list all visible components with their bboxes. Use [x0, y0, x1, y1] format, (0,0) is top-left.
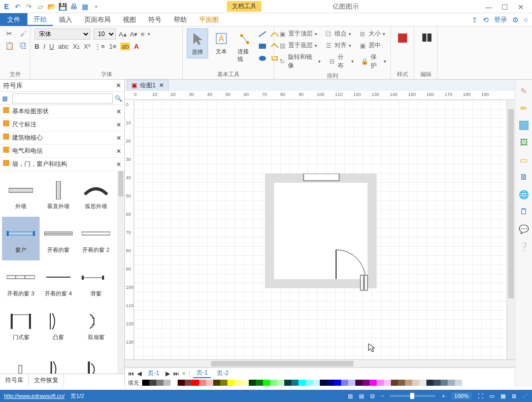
login-button[interactable]: 登录	[494, 15, 507, 24]
color-swatch[interactable]	[412, 380, 419, 386]
layers-icon[interactable]: ▭	[518, 154, 530, 166]
view-mode-2-icon[interactable]: ▤	[359, 393, 364, 399]
strike-icon[interactable]: abc	[58, 43, 69, 50]
shape-open-window-2[interactable]: 开着的窗 2	[77, 217, 115, 260]
close-panel-icon[interactable]: ✕	[116, 82, 121, 89]
footer-tab-library[interactable]: 符号库	[0, 374, 29, 387]
color-swatch[interactable]	[348, 380, 355, 386]
comment-icon[interactable]: 💬	[518, 223, 530, 235]
note-icon[interactable]: 🗒	[518, 206, 530, 218]
align-dropdown-icon[interactable]: ▾	[148, 31, 150, 37]
collapse-ribbon-icon[interactable]: ◇	[524, 17, 528, 22]
color-swatch[interactable]	[384, 380, 391, 386]
superscript-icon[interactable]: X²	[84, 43, 90, 50]
pointer-tool-icon[interactable]: ✎	[518, 85, 530, 97]
color-swatch[interactable]	[235, 380, 242, 386]
footer-tab-recovery[interactable]: 文件恢复	[29, 374, 64, 387]
protect-button[interactable]: 🔒保护▾	[361, 52, 386, 71]
color-swatch[interactable]	[227, 380, 235, 386]
fit-page-icon[interactable]: ⛶	[478, 393, 483, 399]
color-swatch[interactable]	[448, 380, 455, 386]
tab-help[interactable]: 帮助	[168, 13, 193, 26]
print-icon[interactable]: 🖶	[69, 2, 78, 11]
shape-open-window[interactable]: 开着的窗	[40, 217, 77, 260]
view-mode-1-icon[interactable]: ▥	[348, 393, 353, 399]
align-left-icon[interactable]: ≡	[141, 30, 145, 38]
style-button[interactable]	[393, 28, 412, 48]
image-tool-icon[interactable]: 🖼	[518, 137, 530, 149]
bold-icon[interactable]: B	[35, 43, 39, 50]
ellipse-tool-icon[interactable]	[258, 55, 267, 62]
bring-front-button[interactable]: ▣置于顶层▾	[278, 28, 317, 39]
shape-extra-2[interactable]	[40, 348, 77, 374]
color-swatch[interactable]	[298, 380, 306, 386]
shape-open-window-4[interactable]: 开着的窗 4	[40, 260, 77, 304]
floorplan-drawing[interactable]	[265, 174, 382, 295]
size-button[interactable]: ⊞大小▾	[358, 28, 385, 39]
color-swatch[interactable]	[156, 380, 163, 386]
shape-arc-wall[interactable]: 弧形外墙	[77, 173, 115, 217]
color-swatch[interactable]	[391, 380, 398, 386]
page-last-icon[interactable]: ⏭	[173, 370, 179, 377]
settings-icon[interactable]: ⚙	[512, 16, 519, 24]
increase-font-icon[interactable]: A▴	[119, 30, 127, 38]
align-button[interactable]: ☰对齐▾	[324, 40, 351, 51]
color-swatch[interactable]	[277, 380, 284, 386]
shape-vertical-wall[interactable]: 垂直外墙	[40, 173, 77, 217]
zoom-slider[interactable]	[390, 395, 436, 397]
color-swatch[interactable]	[171, 380, 178, 386]
category-dimension[interactable]: 尺寸标注✕	[0, 118, 124, 131]
color-swatch[interactable]	[249, 380, 256, 386]
cut-icon[interactable]: ✂	[4, 28, 14, 39]
color-swatch[interactable]	[185, 380, 192, 386]
resize-handle-icon[interactable]: ⋰	[522, 393, 528, 399]
font-color-icon[interactable]: A	[134, 43, 139, 50]
color-swatch[interactable]	[434, 380, 441, 386]
format-painter-icon[interactable]: 🖌	[18, 28, 28, 39]
bullet-icon[interactable]: ⋮≡	[94, 43, 105, 50]
doc-tab-1[interactable]: ▣绘图1✕	[127, 80, 169, 91]
color-swatch[interactable]	[355, 380, 362, 386]
logo-icon[interactable]: E	[2, 2, 11, 11]
fullscreen-icon[interactable]: ⊞	[512, 393, 516, 399]
canvas-horizontal-scrollbar[interactable]	[125, 359, 515, 367]
view-mode-3-icon[interactable]: ⊟	[370, 393, 375, 399]
qat-dropdown-icon[interactable]: ▾	[91, 2, 101, 11]
numbering-icon[interactable]: 1≡	[109, 43, 117, 50]
color-swatch[interactable]	[377, 380, 384, 386]
color-swatch[interactable]	[334, 380, 341, 386]
color-swatch[interactable]	[256, 380, 263, 386]
tab-floorplan[interactable]: 平面图	[193, 13, 225, 26]
color-swatch[interactable]	[455, 380, 462, 386]
shape-double-window[interactable]: 双扇窗	[77, 304, 115, 348]
tab-pagelayout[interactable]: 页面布局	[78, 13, 117, 26]
page-tab-1b[interactable]: 页-1	[193, 368, 211, 378]
find-button[interactable]	[416, 28, 436, 48]
category-basic-shapes[interactable]: 基本绘图形状✕	[0, 105, 124, 118]
tab-view[interactable]: 视图	[117, 13, 142, 26]
select-tool-button[interactable]: 选择	[187, 28, 208, 58]
color-swatch[interactable]	[242, 380, 249, 386]
color-swatch[interactable]	[306, 380, 313, 386]
open-icon[interactable]: 📂	[47, 2, 56, 11]
globe-icon[interactable]: 🌐	[518, 188, 530, 200]
line-tool-icon[interactable]	[258, 30, 267, 38]
shape-door-window[interactable]: 门式窗	[2, 304, 40, 348]
page-first-icon[interactable]: ⏮	[128, 370, 134, 377]
share-out-icon[interactable]: ⇪	[472, 16, 478, 24]
font-size-select[interactable]: 10	[93, 28, 116, 40]
share-icon[interactable]: ⟲	[483, 16, 489, 24]
maximize-icon[interactable]: ☐	[502, 3, 509, 10]
zoom-out-icon[interactable]: −	[381, 393, 384, 399]
shape-sliding-window[interactable]: 滑窗	[77, 260, 115, 304]
fill-tool-icon[interactable]	[518, 119, 530, 131]
category-building-core[interactable]: 建筑物核心✕	[0, 131, 124, 145]
subscript-icon[interactable]: X₂	[73, 43, 80, 50]
text-tool-button[interactable]: A 文本	[211, 28, 231, 57]
category-electrical[interactable]: 电气和电信✕	[0, 145, 124, 158]
shape-outer-wall[interactable]: 外墙	[2, 173, 40, 217]
distribute-button[interactable]: ⊟分布▾	[328, 52, 353, 71]
color-swatch[interactable]	[213, 380, 220, 386]
rotate-button[interactable]: ↻旋转和镜像▾	[278, 52, 321, 71]
shape-open-window-3[interactable]: 开着的窗 3	[2, 260, 40, 304]
